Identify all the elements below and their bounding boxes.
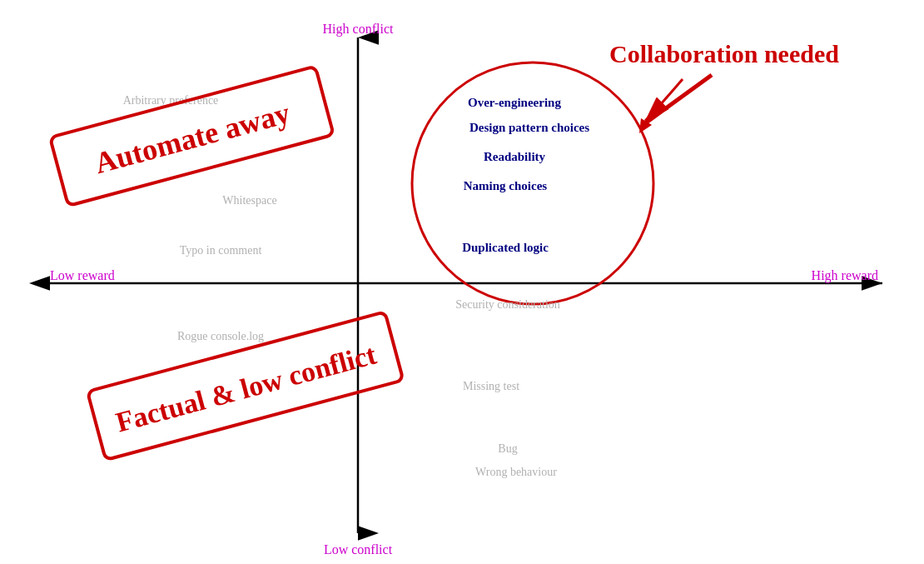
chart-container: High conflict Low conflict Low reward Hi… [0, 0, 924, 564]
axis-label-left: Low reward [50, 268, 115, 282]
chart-svg: High conflict Low conflict Low reward Hi… [0, 0, 924, 564]
label-bug: Bug [498, 442, 517, 455]
label-design-pattern: Design pattern choices [469, 121, 589, 134]
label-security: Security consideration [455, 298, 560, 311]
label-typo-comment: Typo in comment [180, 244, 262, 257]
stamp-automate-away: Automate away [91, 96, 293, 180]
label-rogue-console: Rogue console.log [177, 330, 264, 342]
label-wrong-behaviour: Wrong behaviour [475, 466, 557, 478]
label-missing-test: Missing test [463, 380, 519, 392]
axis-label-top: High conflict [323, 22, 394, 37]
label-duplicated-logic: Duplicated logic [462, 241, 549, 254]
collab-label: Collaboration needed [609, 40, 839, 67]
label-readability: Readability [484, 150, 546, 163]
axis-label-right: High reward [812, 268, 878, 283]
label-over-engineering: Over-engineering [468, 96, 561, 109]
label-naming-choices: Naming choices [464, 179, 548, 192]
axis-label-bottom: Low conflict [324, 542, 393, 557]
label-whitespace: Whitespace [222, 194, 276, 207]
